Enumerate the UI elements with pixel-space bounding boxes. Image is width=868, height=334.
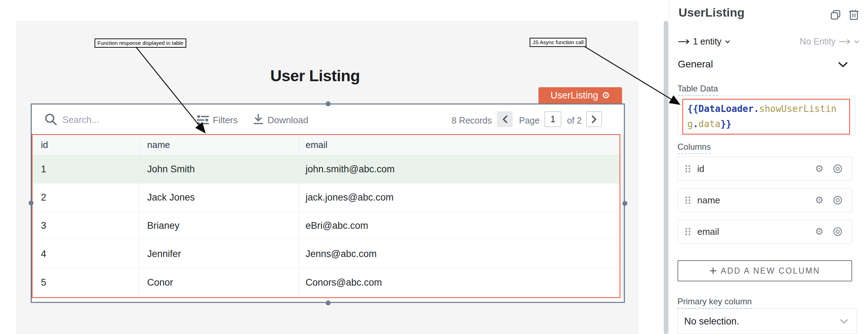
column-visibility-icon[interactable]: [833, 164, 843, 174]
column-settings-icon[interactable]: ⚙: [815, 195, 824, 206]
record-count: 8 Records: [452, 115, 492, 126]
table-row[interactable]: 4 Jennifer Jenns@abc.com: [32, 240, 620, 268]
column-settings-icon[interactable]: ⚙: [815, 163, 824, 174]
outgoing-entities-label: No Entity: [800, 36, 836, 47]
column-header-id[interactable]: id: [32, 135, 139, 155]
table-row[interactable]: 1 John Smith john.smith@abc.com: [32, 155, 620, 184]
column-card-label: id: [697, 163, 815, 174]
cell-email: jack.jones@abc.com: [299, 184, 620, 211]
delete-widget-icon[interactable]: [849, 9, 859, 20]
cell-id: 2: [32, 184, 139, 211]
next-page-button[interactable]: [586, 111, 602, 127]
incoming-entities-label: 1 entity: [693, 36, 722, 47]
annotation-js-async: JS Async function call: [530, 38, 586, 47]
prev-page-button[interactable]: [497, 111, 513, 127]
resize-handle-left[interactable]: [29, 201, 34, 205]
download-button[interactable]: Download: [267, 115, 308, 126]
column-visibility-icon[interactable]: [833, 227, 843, 237]
cell-id: 5: [32, 268, 139, 297]
cell-name: Jack Jones: [139, 184, 299, 211]
cell-email: Conors@abc.com: [299, 268, 620, 297]
filters-icon[interactable]: [196, 114, 210, 125]
column-visibility-icon[interactable]: [833, 195, 843, 205]
columns-label: Columns: [677, 142, 711, 154]
code-token: .: [693, 119, 699, 129]
copy-widget-icon[interactable]: [831, 10, 840, 20]
column-card-label: name: [697, 195, 815, 206]
page-label: Page: [519, 115, 540, 126]
code-token: g: [687, 119, 693, 129]
code-token: showUserListin: [759, 103, 837, 114]
code-token: data: [698, 119, 721, 129]
chevron-left-icon: [502, 115, 508, 124]
resize-handle-bottom[interactable]: [326, 300, 331, 305]
page-number-input[interactable]: 1: [544, 111, 561, 127]
widget-name-tag-label: UserListing: [550, 90, 598, 101]
download-icon[interactable]: [252, 113, 265, 126]
column-settings-icon[interactable]: ⚙: [815, 226, 824, 237]
section-collapse-chevron-icon[interactable]: [838, 62, 848, 67]
cell-name: Conor: [139, 268, 299, 297]
table-row[interactable]: 2 Jack Jones jack.jones@abc.com: [32, 184, 620, 212]
widget-settings-icon[interactable]: ⚙: [602, 91, 610, 100]
cell-email: eBri@abc.com: [299, 212, 620, 240]
app-window: User Listing UserListing ⚙ Search... Fil…: [0, 0, 868, 334]
table-data-region: id name email 1 John Smith john.smith@ab…: [32, 134, 620, 298]
column-card-name[interactable]: name ⚙: [677, 188, 852, 212]
code-token: }}: [721, 119, 731, 129]
annotation-function-response: Function response displayed in table: [95, 38, 186, 48]
column-header-email[interactable]: email: [299, 135, 620, 155]
section-general-header[interactable]: General: [678, 59, 713, 70]
arrow-right-icon: [678, 39, 690, 44]
arrow-right-icon: [839, 39, 851, 44]
column-card-email[interactable]: email ⚙: [677, 220, 852, 244]
chevron-down-icon: [854, 40, 860, 43]
table-row[interactable]: 5 Conor Conors@abc.com: [32, 268, 620, 297]
chevron-down-icon: [840, 319, 848, 324]
code-token: {{DataLoader.: [687, 103, 759, 114]
column-card-label: email: [697, 226, 815, 237]
cell-name: John Smith: [139, 155, 299, 183]
cell-name: Brianey: [139, 212, 299, 240]
add-new-column-button[interactable]: ADD A NEW COLUMN: [677, 260, 852, 281]
cell-id: 1: [32, 155, 139, 183]
panel-widget-title[interactable]: UserListing: [679, 6, 745, 19]
outgoing-entities-dropdown[interactable]: No Entity: [762, 36, 860, 47]
primary-key-select[interactable]: No selection.: [677, 309, 857, 334]
drag-handle-icon[interactable]: [685, 227, 691, 236]
table-row[interactable]: 3 Brianey eBri@abc.com: [32, 212, 620, 240]
column-header-name[interactable]: name: [139, 135, 299, 155]
widget-padding-strip: [621, 134, 624, 298]
page-total: of 2: [567, 115, 582, 126]
resize-handle-top[interactable]: [326, 101, 331, 106]
search-icon: [44, 113, 58, 126]
chevron-right-icon: [591, 115, 597, 124]
primary-key-value: No selection.: [684, 316, 840, 327]
page-title: User Listing: [270, 67, 360, 85]
drag-handle-icon[interactable]: [685, 196, 691, 204]
table-data-label: Table Data: [677, 84, 718, 96]
filters-button[interactable]: Filters: [213, 115, 238, 126]
add-new-column-label: ADD A NEW COLUMN: [721, 266, 820, 276]
drag-handle-icon[interactable]: [685, 165, 691, 173]
cell-id: 3: [32, 212, 139, 240]
resize-handle-right[interactable]: [622, 201, 627, 206]
cell-email: john.smith@abc.com: [299, 155, 620, 183]
search-input[interactable]: Search...: [62, 114, 99, 125]
table-data-code-editor[interactable]: {{DataLoader.showUserListing.data}}: [682, 99, 850, 135]
plus-icon: [710, 267, 717, 274]
chevron-down-icon: [725, 40, 730, 43]
table-header-row: id name email: [32, 135, 620, 155]
incoming-entities-dropdown[interactable]: 1 entity: [678, 36, 730, 47]
primary-key-label: Primary key column: [677, 297, 752, 309]
canvas-scrollbar[interactable]: [664, 21, 668, 334]
cell-id: 4: [32, 240, 139, 268]
column-card-id[interactable]: id ⚙: [677, 157, 852, 181]
widget-name-tag[interactable]: UserListing ⚙: [538, 87, 622, 103]
cell-email: Jenns@abc.com: [299, 240, 620, 268]
cell-name: Jennifer: [139, 240, 299, 268]
